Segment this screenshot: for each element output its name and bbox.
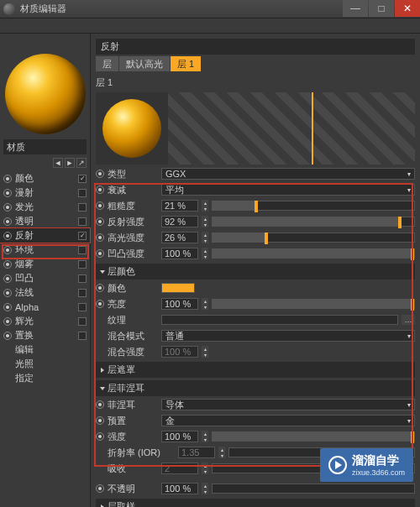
radio-refl[interactable]	[96, 217, 104, 226]
texture-browse[interactable]: …	[402, 315, 415, 325]
next-button[interactable]: ►	[65, 158, 75, 168]
absorb-field: 2	[161, 463, 198, 474]
type-dropdown[interactable]: GGX▾	[161, 168, 415, 180]
refl-slider[interactable]	[212, 217, 415, 227]
ior-field: 1.35	[178, 447, 215, 458]
refl-field[interactable]: 92 %	[161, 216, 198, 227]
subheader-layer-mask[interactable]: 层遮罩	[96, 362, 415, 378]
channel-radio[interactable]	[3, 217, 12, 226]
opacity-field[interactable]: 100 %	[161, 483, 198, 494]
prev-button[interactable]: ◄	[53, 158, 63, 168]
channel-辉光[interactable]: 辉光	[0, 314, 90, 328]
channel-反射[interactable]: 反射	[0, 228, 90, 243]
opacity-spinner[interactable]: ▴▾	[202, 483, 208, 494]
preset-dropdown[interactable]: 金▾	[161, 415, 415, 426]
channel-radio[interactable]	[3, 175, 12, 183]
radio-color[interactable]	[96, 284, 104, 292]
bump-spinner[interactable]: ▴▾	[202, 248, 208, 259]
color-swatch[interactable]	[161, 283, 195, 293]
channel-checkbox[interactable]	[78, 274, 87, 283]
rough-spinner[interactable]: ▴▾	[202, 200, 208, 212]
rough-field[interactable]: 21 %	[161, 200, 198, 212]
opacity-slider[interactable]	[212, 483, 415, 494]
channel-Alpha[interactable]: Alpha	[0, 300, 90, 314]
radio-bump[interactable]	[96, 249, 104, 258]
bright-spinner[interactable]: ▴▾	[202, 298, 208, 310]
channel-checkbox[interactable]	[78, 217, 87, 226]
bump-slider[interactable]	[212, 248, 415, 259]
channel-radio[interactable]	[3, 189, 12, 197]
channel-法线[interactable]: 法线	[0, 285, 90, 300]
material-name-field[interactable]: 材质	[3, 139, 87, 154]
material-preview[interactable]	[5, 54, 86, 134]
maximize-button[interactable]: □	[369, 0, 394, 17]
radio-atten[interactable]	[96, 186, 104, 194]
fresnel-dropdown[interactable]: 导体▾	[161, 399, 415, 410]
channel-checkbox[interactable]	[78, 260, 87, 269]
right-panel: 反射 层默认高光层 1 层 1 类型GGX▾ 衰减平均▾ 粗糙度21 %▴▾ 反…	[91, 34, 420, 507]
channel-radio[interactable]	[3, 274, 12, 283]
refl-spinner[interactable]: ▴▾	[202, 216, 208, 227]
tab-层 1[interactable]: 层 1	[171, 56, 201, 71]
channel-指定[interactable]: 指定	[0, 371, 90, 385]
channel-透明[interactable]: 透明	[0, 214, 90, 228]
picker-button[interactable]: ↗	[76, 158, 87, 168]
strength-spinner[interactable]: ▴▾	[202, 431, 208, 442]
tab-层[interactable]: 层	[96, 56, 118, 71]
channel-radio[interactable]	[3, 203, 12, 212]
strength-field[interactable]: 100 %	[161, 431, 198, 442]
subheader-fresnel[interactable]: 层菲涅耳	[96, 380, 415, 396]
channel-环境[interactable]: 环境	[0, 243, 90, 257]
rough-slider[interactable]	[212, 201, 415, 211]
channel-checkbox[interactable]	[78, 332, 87, 340]
spec-spinner[interactable]: ▴▾	[202, 232, 208, 243]
channel-发光[interactable]: 发光	[0, 200, 90, 214]
channel-凹凸[interactable]: 凹凸	[0, 271, 90, 285]
channel-radio[interactable]	[3, 232, 12, 240]
channel-checkbox[interactable]	[78, 203, 87, 212]
channel-checkbox[interactable]	[78, 175, 87, 183]
channel-烟雾[interactable]: 烟雾	[0, 257, 90, 271]
minimize-button[interactable]: —	[343, 0, 368, 17]
radio-bright[interactable]	[96, 300, 104, 308]
subheader-layer-color[interactable]: 层颜色	[96, 264, 415, 280]
channel-checkbox[interactable]	[78, 303, 87, 311]
channel-checkbox[interactable]	[78, 289, 87, 297]
channel-radio[interactable]	[3, 332, 12, 340]
close-button[interactable]: ✕	[395, 0, 420, 17]
channel-checkbox[interactable]	[78, 232, 87, 240]
spec-field[interactable]: 26 %	[161, 232, 198, 243]
radio-fresnel[interactable]	[96, 400, 104, 409]
section-header-reflection: 反射	[96, 39, 415, 55]
channel-radio[interactable]	[3, 246, 12, 254]
strength-slider[interactable]	[212, 431, 415, 442]
channel-置换[interactable]: 置换	[0, 328, 90, 342]
bright-field[interactable]: 100 %	[161, 298, 198, 310]
tab-默认高光[interactable]: 默认高光	[119, 56, 170, 71]
channel-radio[interactable]	[3, 289, 12, 297]
radio-preset[interactable]	[96, 416, 104, 425]
channel-checkbox[interactable]	[78, 317, 87, 326]
layer-preview	[96, 92, 415, 165]
channel-radio[interactable]	[3, 260, 12, 269]
channel-颜色[interactable]: 颜色	[0, 171, 90, 186]
radio-rough[interactable]	[96, 201, 104, 210]
atten-dropdown[interactable]: 平均▾	[161, 184, 415, 196]
channel-漫射[interactable]: 漫射	[0, 186, 90, 200]
spec-slider[interactable]	[212, 233, 415, 243]
channel-checkbox[interactable]	[78, 189, 87, 197]
radio-strength[interactable]	[96, 432, 104, 441]
blend-dropdown: 普通▾	[161, 330, 415, 342]
channel-光照[interactable]: 光照	[0, 357, 90, 371]
bump-field[interactable]: 100 %	[161, 248, 198, 259]
radio-opacity[interactable]	[96, 484, 104, 493]
subheader-sampling[interactable]: 层取样	[96, 499, 415, 507]
channel-编辑[interactable]: 编辑	[0, 342, 90, 357]
bright-slider[interactable]	[212, 299, 415, 309]
radio-type[interactable]	[96, 170, 104, 178]
texture-field[interactable]	[161, 315, 398, 325]
radio-spec[interactable]	[96, 233, 104, 242]
channel-checkbox[interactable]	[78, 246, 87, 254]
channel-radio[interactable]	[3, 317, 12, 326]
channel-radio[interactable]	[3, 303, 12, 311]
